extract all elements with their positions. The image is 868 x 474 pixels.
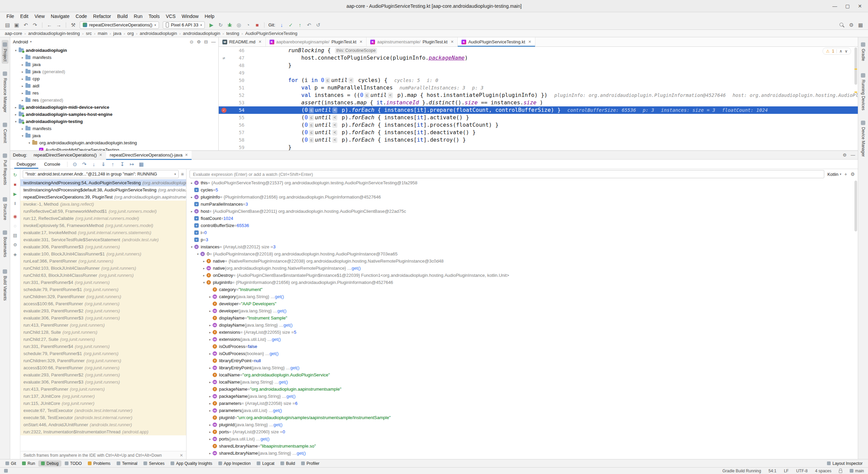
chevron-right-icon[interactable]: ▸ — [208, 324, 213, 327]
chevron-right-icon[interactable]: ▸ — [20, 84, 25, 88]
chevron-right-icon[interactable]: ▸ — [208, 402, 213, 405]
inspection-widget[interactable]: ⚠ 1 ∧ ∨ — [823, 48, 851, 55]
thread-dump-icon[interactable]: ▤ — [12, 232, 19, 238]
frame-row[interactable]: runChild:128, Suite(org.junit.runners) — [20, 329, 186, 336]
toolwindow-button-app-quality-insights[interactable]: App Quality Insights — [168, 460, 215, 467]
variable-row[interactable]: ▸fparameters = {ArrayList@22058} size = … — [186, 400, 858, 407]
chevron-down-icon[interactable]: ▾ — [13, 49, 19, 52]
chevron-right-icon[interactable]: ▸ — [208, 295, 213, 298]
chevron-down-icon[interactable]: ▾ — [20, 134, 25, 138]
variable-row[interactable]: ▸mpluginId {java.lang.String} … get() — [186, 421, 858, 428]
code-editor[interactable]: 46 runBlocking { this: CoroutineScope⇄47… — [219, 47, 858, 150]
encoding[interactable]: UTF-8 — [796, 469, 808, 473]
chevron-right-icon[interactable]: ▸ — [208, 309, 213, 313]
project-tree-item[interactable]: ▾androidaudioplugin — [10, 47, 218, 54]
pause-icon[interactable]: ‖ — [12, 200, 19, 206]
chevron-right-icon[interactable]: ▸ — [20, 63, 25, 66]
project-tree-item[interactable]: CAudioPluginMidiDeviceServiceTesting — [10, 146, 218, 150]
editor-tab-aapinstrumentsample-plugintest-kt[interactable]: Kaapinstrumentsample/PluginTest.kt✕ — [367, 37, 458, 46]
variable-row[interactable]: ▸mnative {org.androidaudioplugin.hosting… — [186, 265, 858, 272]
variable-row[interactable]: ▸opluginInfo = {PluginInformation@21656}… — [186, 193, 858, 201]
mute-breakpoints-icon[interactable]: ◌ — [12, 223, 19, 229]
frame-row[interactable]: run:115, JUnitCore(org.junit.runner) — [20, 400, 186, 407]
breadcrumb-item-testing[interactable]: testing — [226, 31, 239, 36]
chevron-right-icon[interactable]: ▸ — [208, 338, 213, 341]
chevron-right-icon[interactable]: ▸ — [20, 99, 25, 102]
toolwindow-button-debug[interactable]: Debug — [38, 460, 61, 467]
chevron-right-icon[interactable]: ▸ — [208, 380, 213, 384]
chevron-right-icon[interactable]: ▸ — [189, 195, 194, 199]
evaluate-expression-icon[interactable]: ▦ — [137, 160, 146, 168]
editor-tab-audiopluginservicetesting-kt[interactable]: KAudioPluginServiceTesting.kt✕ — [458, 37, 535, 46]
project-tree-item[interactable]: ▸java — [10, 61, 218, 68]
chevron-right-icon[interactable]: ▸ — [208, 331, 213, 334]
chevron-right-icon[interactable]: ▸ — [189, 210, 194, 213]
breadcrumb-item-java[interactable]: java — [113, 31, 121, 36]
code-line[interactable]: 50 for (i in 0≤until< cycles) {cycles: 5… — [219, 77, 858, 84]
chevron-right-icon[interactable]: ▸ — [208, 452, 213, 455]
breadcrumb-item-androidaudioplugin[interactable]: androidaudioplugin — [140, 31, 177, 36]
project-tree-item[interactable]: ▸res(generated) — [10, 97, 218, 104]
menu-run[interactable]: Run — [131, 13, 146, 20]
frame-row[interactable]: evaluate:306, ParentRunner$3(org.junit.r… — [20, 314, 186, 322]
editor-tab-readme-md[interactable]: MREADME.md✕ — [219, 37, 266, 46]
run-configuration-select[interactable]: repeatDirectServiceOperations()▾ — [80, 21, 159, 29]
frame-row[interactable]: execute:58, TestExecutor(androidx.test.i… — [20, 414, 186, 421]
settings-icon[interactable]: ⚙ — [197, 39, 201, 44]
frame-row[interactable]: runChild:103, BlockJUnit4ClassRunner(org… — [20, 265, 186, 272]
variable-row[interactable]: ▸fonDestroy = {AudioPluginClientBase$ins… — [186, 272, 858, 279]
scrollbar-thumb[interactable] — [854, 47, 857, 85]
close-tab-icon[interactable]: ✕ — [359, 40, 362, 44]
breadcrumb-item-aap-core[interactable]: aap-core — [5, 31, 22, 36]
resume-icon[interactable]: ▶ — [12, 191, 19, 197]
chevron-down-icon[interactable]: ▾ — [201, 281, 206, 284]
variable-row[interactable]: fsharedLibraryName = "libaapinstrumentsa… — [186, 442, 858, 450]
menu-refactor[interactable]: Refactor — [90, 13, 114, 20]
code-line[interactable]: 48 } — [219, 62, 858, 69]
tool-stripe-item-project[interactable]: Project — [2, 40, 8, 64]
toolwindow-button-todo[interactable]: TODO — [62, 460, 84, 467]
menu-vcs[interactable]: VCS — [163, 13, 179, 20]
project-tree[interactable]: ▾androidaudioplugin▸manifests▸java▸java(… — [10, 46, 218, 150]
add-watch-icon[interactable]: + — [844, 171, 847, 177]
variable-row[interactable]: ▸mdeveloper {java.lang.String} … get() — [186, 307, 858, 314]
frame-row[interactable]: testInstancingAndProcessing$default:38, … — [20, 186, 186, 193]
code-line[interactable]: 53 assert(instances.map { it.instanceId … — [219, 99, 858, 106]
chevron-right-icon[interactable]: ▸ — [20, 127, 25, 130]
variable-row[interactable]: fdeveloper = "AAP Developers" — [186, 300, 858, 307]
variable-row[interactable]: ▸mlocalName {java.lang.String} … get() — [186, 378, 858, 386]
code-line[interactable]: 49 — [219, 69, 858, 77]
frame-row[interactable]: run:12, ReflectiveCallable(org.junit.int… — [20, 215, 186, 222]
toolwindow-button-services[interactable]: Services — [141, 460, 167, 467]
build-hammer-icon[interactable]: ⚒ — [69, 21, 77, 29]
menu-window[interactable]: Window — [179, 13, 202, 20]
filter-frames-icon[interactable]: ≡ — [181, 171, 184, 177]
chevron-right-icon[interactable]: ▸ — [201, 267, 206, 270]
chevron-right-icon[interactable]: ▸ — [20, 70, 25, 74]
tool-stripe-item-structure[interactable]: Structure — [2, 195, 8, 223]
tool-stripe-item-resource-manager[interactable]: Resource Manager — [2, 69, 8, 115]
run-to-cursor-icon[interactable]: ↦ — [127, 160, 136, 168]
maximize-icon[interactable]: ▢ — [845, 3, 850, 9]
frame-row[interactable]: runChild:27, Suite(org.junit.runners) — [20, 336, 186, 343]
frame-row[interactable]: access$100:66, ParentRunner(org.junit.ru… — [20, 300, 186, 307]
window-layout-icon[interactable]: ▦ — [856, 21, 865, 29]
close-tab-icon[interactable]: ✕ — [258, 40, 261, 44]
frame-row[interactable]: access$100:66, ParentRunner(org.junit.ru… — [20, 364, 186, 371]
view-breakpoints-icon[interactable]: ◉ — [12, 213, 19, 219]
chevron-right-icon[interactable]: ▸ — [208, 409, 213, 412]
toolwindow-switcher-icon[interactable] — [4, 469, 8, 473]
frame-row[interactable]: runChildren:329, ParentRunner(org.junit.… — [20, 293, 186, 300]
indent-config[interactable]: 4 spaces — [815, 469, 831, 473]
variable-row[interactable]: ▸mcategory {java.lang.String} … get() — [186, 293, 858, 300]
variable-row[interactable]: ▸mports {java.util.List} … get() — [186, 435, 858, 442]
tool-stripe-item-build-variants[interactable]: Build Variants — [2, 267, 8, 303]
tool-stripe-item-bookmarks[interactable]: Bookmarks — [2, 228, 8, 260]
frame-row[interactable]: run:2322, Instrumentation$Instrumentatio… — [20, 428, 186, 435]
variable-row[interactable]: ▸ohost = {AudioPluginClientBase@22011} o… — [186, 208, 858, 215]
variable-row[interactable]: vfloatCount = 1024 — [186, 215, 858, 222]
variable-row[interactable]: ▾fpluginInfo = {PluginInformation@21656}… — [186, 279, 858, 286]
frame-row[interactable]: run:331, ParentRunner$4(org.junit.runner… — [20, 343, 186, 350]
variable-row[interactable]: ▸fextensions = {ArrayList@22055} size = … — [186, 329, 858, 336]
locate-file-icon[interactable]: ⊙ — [190, 39, 194, 44]
